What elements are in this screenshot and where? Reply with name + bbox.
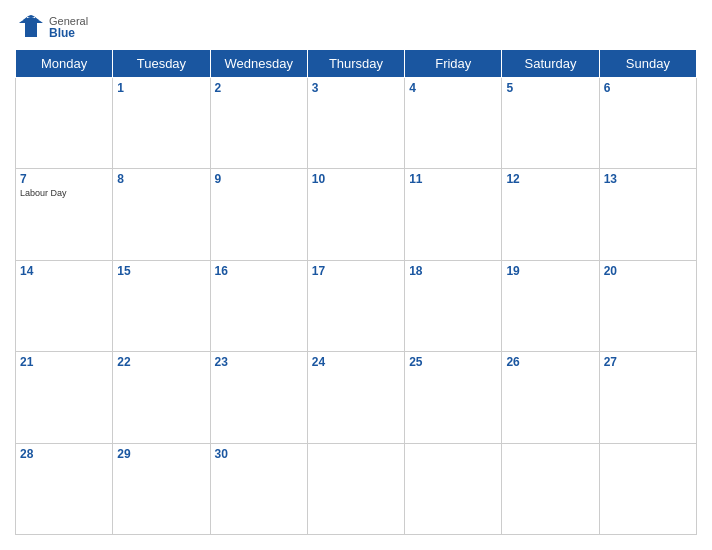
- day-number: 5: [506, 81, 594, 95]
- day-number: 30: [215, 447, 303, 461]
- day-number: 13: [604, 172, 692, 186]
- calendar-cell: 26: [502, 352, 599, 443]
- calendar-cell: 5: [502, 78, 599, 169]
- day-number: 22: [117, 355, 205, 369]
- calendar-week-row: 14151617181920: [16, 260, 697, 351]
- logo-row: General Blue: [15, 15, 88, 41]
- calendar-week-row: 123456: [16, 78, 697, 169]
- calendar-table: MondayTuesdayWednesdayThursdayFridaySatu…: [15, 49, 697, 535]
- day-number: 19: [506, 264, 594, 278]
- day-number: 28: [20, 447, 108, 461]
- day-number: 11: [409, 172, 497, 186]
- calendar-cell: 20: [599, 260, 696, 351]
- weekday-header-row: MondayTuesdayWednesdayThursdayFridaySatu…: [16, 50, 697, 78]
- day-number: 9: [215, 172, 303, 186]
- weekday-header-monday: Monday: [16, 50, 113, 78]
- calendar-cell: 21: [16, 352, 113, 443]
- day-number: 12: [506, 172, 594, 186]
- calendar-cell: 10: [307, 169, 404, 260]
- weekday-header-tuesday: Tuesday: [113, 50, 210, 78]
- calendar-cell: 17: [307, 260, 404, 351]
- calendar-week-row: 282930: [16, 443, 697, 534]
- calendar-cell: [16, 78, 113, 169]
- day-number: 4: [409, 81, 497, 95]
- day-number: 10: [312, 172, 400, 186]
- calendar-cell: 12: [502, 169, 599, 260]
- calendar-cell: [405, 443, 502, 534]
- calendar-cell: 27: [599, 352, 696, 443]
- day-number: 2: [215, 81, 303, 95]
- day-number: 27: [604, 355, 692, 369]
- day-number: 26: [506, 355, 594, 369]
- weekday-header-friday: Friday: [405, 50, 502, 78]
- calendar-cell: 28: [16, 443, 113, 534]
- logo-blue-text: Blue: [49, 27, 88, 40]
- day-number: 3: [312, 81, 400, 95]
- calendar-cell: 13: [599, 169, 696, 260]
- calendar-cell: [599, 443, 696, 534]
- calendar-cell: 4: [405, 78, 502, 169]
- day-number: 14: [20, 264, 108, 278]
- day-number: 21: [20, 355, 108, 369]
- day-number: 18: [409, 264, 497, 278]
- calendar-cell: 1: [113, 78, 210, 169]
- day-number: 24: [312, 355, 400, 369]
- calendar-cell: 18: [405, 260, 502, 351]
- day-number: 29: [117, 447, 205, 461]
- calendar-cell: 3: [307, 78, 404, 169]
- day-number: 25: [409, 355, 497, 369]
- calendar-header: General Blue: [15, 10, 697, 49]
- calendar-cell: [307, 443, 404, 534]
- day-number: 6: [604, 81, 692, 95]
- calendar-cell: 14: [16, 260, 113, 351]
- weekday-header-wednesday: Wednesday: [210, 50, 307, 78]
- calendar-cell: 23: [210, 352, 307, 443]
- logo-bird-icon: [15, 15, 47, 41]
- calendar-cell: 8: [113, 169, 210, 260]
- weekday-header-thursday: Thursday: [307, 50, 404, 78]
- calendar-cell: [502, 443, 599, 534]
- day-number: 20: [604, 264, 692, 278]
- calendar-cell: 29: [113, 443, 210, 534]
- calendar-cell: 6: [599, 78, 696, 169]
- calendar-cell: 16: [210, 260, 307, 351]
- calendar-week-row: 21222324252627: [16, 352, 697, 443]
- calendar-cell: 24: [307, 352, 404, 443]
- calendar-cell: 30: [210, 443, 307, 534]
- calendar-week-row: 7Labour Day8910111213: [16, 169, 697, 260]
- day-number: 15: [117, 264, 205, 278]
- calendar-cell: 15: [113, 260, 210, 351]
- day-number: 16: [215, 264, 303, 278]
- event-label: Labour Day: [20, 188, 108, 198]
- weekday-header-saturday: Saturday: [502, 50, 599, 78]
- calendar-cell: 22: [113, 352, 210, 443]
- weekday-header-sunday: Sunday: [599, 50, 696, 78]
- calendar-cell: 7Labour Day: [16, 169, 113, 260]
- calendar-cell: 25: [405, 352, 502, 443]
- logo: General Blue: [15, 15, 88, 41]
- calendar-cell: 9: [210, 169, 307, 260]
- day-number: 17: [312, 264, 400, 278]
- day-number: 7: [20, 172, 108, 186]
- day-number: 8: [117, 172, 205, 186]
- calendar-cell: 2: [210, 78, 307, 169]
- calendar-cell: 19: [502, 260, 599, 351]
- day-number: 1: [117, 81, 205, 95]
- day-number: 23: [215, 355, 303, 369]
- calendar-cell: 11: [405, 169, 502, 260]
